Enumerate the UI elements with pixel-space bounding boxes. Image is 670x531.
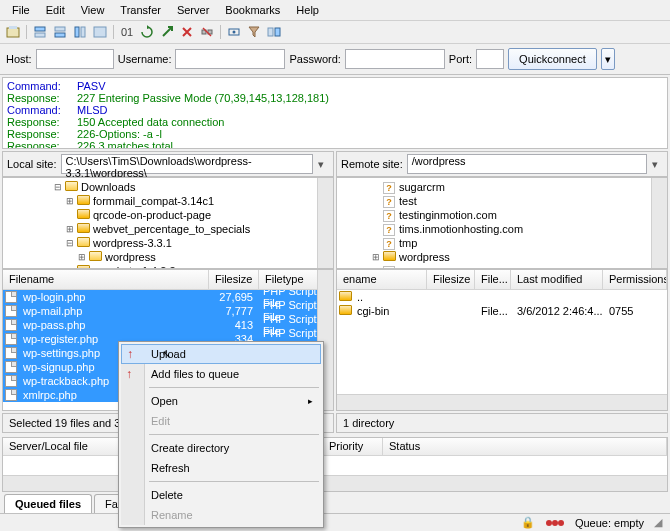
tree-item[interactable]: ⊞webvet_percentage_to_specials bbox=[3, 222, 333, 236]
local-path-combo[interactable]: C:\Users\TimS\Downloads\wordpress-3.3.1\… bbox=[61, 154, 313, 174]
col-permissions[interactable]: Permissions bbox=[603, 270, 667, 289]
transfer-queue[interactable]: Server/Local file Size Priority Status bbox=[2, 437, 668, 492]
tree-item[interactable]: ⊞wordpress bbox=[337, 250, 667, 264]
tree-item[interactable]: ⊞formmail_compat-3.14c1 bbox=[3, 194, 333, 208]
ctx-add-to-queue[interactable]: ↑Add files to queue bbox=[121, 364, 321, 384]
tree-toggle-icon[interactable] bbox=[63, 210, 77, 220]
tree-toggle-icon[interactable] bbox=[369, 182, 383, 192]
svg-rect-15 bbox=[275, 28, 280, 36]
upload-icon: ↑ bbox=[126, 367, 140, 381]
tree-toggle-icon[interactable]: ⊞ bbox=[63, 224, 77, 234]
menu-help[interactable]: Help bbox=[288, 2, 327, 18]
col-filename[interactable]: ename bbox=[337, 270, 427, 289]
toolbar-refresh-icon[interactable] bbox=[138, 23, 156, 41]
svg-text:01: 01 bbox=[121, 26, 133, 38]
tree-item[interactable]: ?testinginmotion.com bbox=[337, 208, 667, 222]
menu-server[interactable]: Server bbox=[169, 2, 217, 18]
scrollbar[interactable] bbox=[3, 475, 667, 491]
toolbar-sitemanager-icon[interactable] bbox=[4, 23, 22, 41]
toolbar-toggle1-icon[interactable] bbox=[31, 23, 49, 41]
menu-file[interactable]: File bbox=[4, 2, 38, 18]
password-input[interactable] bbox=[345, 49, 445, 69]
message-log[interactable]: Command:PASV Response:227 Entering Passi… bbox=[2, 77, 668, 149]
col-filesize[interactable]: Filesize bbox=[209, 270, 259, 289]
tree-item[interactable]: ⊟wordpress-3.3.1 bbox=[3, 236, 333, 250]
tree-toggle-icon[interactable]: ⊞ bbox=[369, 252, 383, 262]
remote-path-combo[interactable]: /wordpress bbox=[407, 154, 647, 174]
host-label: Host: bbox=[6, 53, 32, 65]
menu-bookmarks[interactable]: Bookmarks bbox=[217, 2, 288, 18]
tree-toggle-icon[interactable]: ⊟ bbox=[63, 238, 77, 248]
toolbar-process-icon[interactable] bbox=[158, 23, 176, 41]
toolbar-disconnect-icon[interactable] bbox=[198, 23, 216, 41]
col-filesize[interactable]: Filesize bbox=[427, 270, 475, 289]
toolbar-toggle3-icon[interactable] bbox=[71, 23, 89, 41]
tree-item[interactable]: ?test bbox=[337, 194, 667, 208]
tree-item[interactable]: qrcode-on-product-page bbox=[3, 208, 333, 222]
tree-toggle-icon[interactable] bbox=[369, 224, 383, 234]
toolbar-toggle2-icon[interactable] bbox=[51, 23, 69, 41]
remote-file-list[interactable]: ename Filesize File... Last modified Per… bbox=[336, 269, 668, 411]
username-input[interactable] bbox=[175, 49, 285, 69]
ctx-create-directory[interactable]: Create directory bbox=[121, 438, 321, 458]
remote-list-header[interactable]: ename Filesize File... Last modified Per… bbox=[337, 270, 667, 290]
tree-toggle-icon[interactable]: ⊟ bbox=[51, 182, 65, 192]
log-label: Response: bbox=[7, 116, 77, 128]
menu-transfer[interactable]: Transfer bbox=[112, 2, 169, 18]
toolbar-cancel-icon[interactable] bbox=[178, 23, 196, 41]
tree-toggle-icon[interactable] bbox=[369, 238, 383, 248]
toolbar-binary-icon[interactable]: 01 bbox=[118, 23, 136, 41]
tree-item[interactable]: ⊟Downloads bbox=[3, 180, 333, 194]
toolbar-toggle4-icon[interactable] bbox=[91, 23, 109, 41]
tree-item[interactable]: ?tims.inmotionhosting.com bbox=[337, 222, 667, 236]
queue-header[interactable]: Server/Local file Size Priority Status bbox=[3, 438, 667, 456]
toolbar-reconnect-icon[interactable] bbox=[225, 23, 243, 41]
scrollbar[interactable] bbox=[337, 394, 667, 410]
col-priority[interactable]: Priority bbox=[323, 438, 383, 455]
ctx-upload[interactable]: ↑Upload↖ bbox=[121, 344, 321, 364]
queue-indicator-icon bbox=[545, 517, 565, 529]
chevron-down-icon[interactable]: ▾ bbox=[313, 158, 329, 171]
menu-edit[interactable]: Edit bbox=[38, 2, 73, 18]
tree-item[interactable]: ?tmp bbox=[337, 236, 667, 250]
file-name: wp-login.php bbox=[21, 291, 209, 303]
tree-toggle-icon[interactable] bbox=[369, 210, 383, 220]
tree-item[interactable]: ?sugarcrm bbox=[337, 180, 667, 194]
menu-view[interactable]: View bbox=[73, 2, 113, 18]
ctx-open[interactable]: Open▸ bbox=[121, 391, 321, 411]
tab-queued[interactable]: Queued files bbox=[4, 494, 92, 513]
col-filetype[interactable]: File... bbox=[475, 270, 511, 289]
chevron-down-icon[interactable]: ▾ bbox=[647, 158, 663, 171]
scrollbar[interactable] bbox=[651, 178, 667, 268]
local-site-label: Local site: bbox=[7, 158, 57, 170]
quickconnect-button[interactable]: Quickconnect bbox=[508, 48, 597, 70]
ctx-delete[interactable]: Delete bbox=[121, 485, 321, 505]
lock-icon: 🔒 bbox=[521, 516, 535, 529]
svg-rect-14 bbox=[268, 28, 273, 36]
tree-toggle-icon[interactable] bbox=[369, 196, 383, 206]
file-icon bbox=[5, 375, 19, 387]
tree-toggle-icon[interactable]: ⊞ bbox=[63, 196, 77, 206]
file-icon bbox=[5, 361, 19, 373]
resize-grip-icon[interactable]: ◢ bbox=[654, 516, 662, 529]
toolbar-filter-icon[interactable] bbox=[245, 23, 263, 41]
remote-tree[interactable]: ?sugarcrm?test?testinginmotion.com?tims.… bbox=[336, 177, 668, 269]
chevron-right-icon: ▸ bbox=[308, 396, 313, 406]
tree-item[interactable]: ⊞wordpress bbox=[3, 250, 333, 264]
quickconnect-dropdown[interactable]: ▾ bbox=[601, 48, 615, 70]
tree-toggle-icon[interactable]: ⊞ bbox=[75, 252, 89, 262]
local-tree[interactable]: ⊟Downloads⊞formmail_compat-3.14c1qrcode-… bbox=[2, 177, 334, 269]
port-input[interactable] bbox=[476, 49, 504, 69]
log-label: Response: bbox=[7, 128, 77, 140]
tree-item-label: tmp bbox=[399, 237, 417, 249]
file-row[interactable]: .. bbox=[337, 290, 667, 304]
local-list-header[interactable]: Filename Filesize Filetype bbox=[3, 270, 333, 290]
col-filename[interactable]: Filename bbox=[3, 270, 209, 289]
host-input[interactable] bbox=[36, 49, 114, 69]
col-modified[interactable]: Last modified bbox=[511, 270, 603, 289]
toolbar-compare-icon[interactable] bbox=[265, 23, 283, 41]
scrollbar[interactable] bbox=[317, 178, 333, 268]
col-status[interactable]: Status bbox=[383, 438, 667, 455]
file-row[interactable]: cgi-binFile...3/6/2012 2:46:4...0755 bbox=[337, 304, 667, 318]
ctx-refresh[interactable]: Refresh bbox=[121, 458, 321, 478]
